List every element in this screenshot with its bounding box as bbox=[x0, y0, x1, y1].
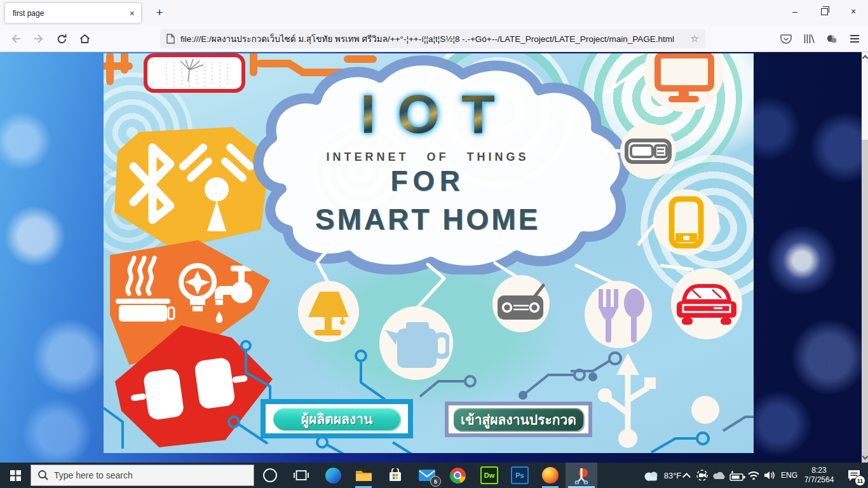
wifi-icon bbox=[747, 470, 760, 480]
library-icon bbox=[803, 33, 815, 44]
onedrive-cloud-icon bbox=[712, 471, 727, 480]
browser-titlebar: first page × + – × bbox=[0, 0, 868, 25]
scroll-down-button[interactable] bbox=[862, 452, 868, 463]
producer-button-label: ผู้ผลิตผลงาน bbox=[273, 407, 400, 430]
forward-arrow-icon bbox=[33, 33, 44, 44]
kettle-icon bbox=[383, 315, 449, 372]
browser-navbar: file:///E:/ผลงานประกวดเว็บไซต์ ม.สุโขทัย… bbox=[0, 25, 868, 52]
hamburger-icon bbox=[850, 34, 860, 43]
enter-contest-button[interactable]: เข้าสู่ผลงานประกวด bbox=[445, 402, 592, 437]
tray-notifications[interactable]: 11 bbox=[840, 463, 868, 488]
window-minimize-button[interactable]: – bbox=[780, 0, 810, 23]
window-close-button[interactable]: × bbox=[839, 0, 868, 23]
tab-close-icon[interactable]: × bbox=[130, 8, 135, 18]
cortana-icon bbox=[263, 468, 277, 482]
windows-taskbar: Type here to search 5 bbox=[0, 463, 868, 488]
page-scrollbar[interactable] bbox=[862, 52, 868, 463]
scroll-down-icon bbox=[862, 454, 868, 460]
monitor-circle bbox=[644, 53, 724, 112]
cortana-button[interactable] bbox=[255, 463, 285, 488]
back-arrow-icon bbox=[10, 33, 22, 44]
firefox-icon bbox=[542, 467, 559, 484]
pocket-icon bbox=[780, 33, 792, 44]
bookmark-star-icon[interactable]: ☆ bbox=[691, 33, 699, 44]
browser-tab[interactable]: first page × bbox=[5, 3, 141, 23]
tray-chevron[interactable] bbox=[679, 463, 694, 488]
usb-icon bbox=[588, 351, 671, 452]
address-bar[interactable]: file:///E:/ผลงานประกวดเว็บไซต์ ม.สุโขทัย… bbox=[160, 29, 705, 48]
meet-now-icon bbox=[696, 469, 709, 482]
task-view-icon bbox=[294, 470, 309, 481]
search-placeholder: Type here to search bbox=[54, 470, 133, 480]
file-explorer-icon bbox=[355, 469, 372, 482]
notification-badge: 11 bbox=[855, 475, 865, 486]
router-icon bbox=[625, 137, 672, 166]
speaker-icon bbox=[763, 470, 776, 480]
radio-circle bbox=[492, 275, 550, 332]
tray-language[interactable]: ENG bbox=[778, 463, 801, 488]
taskbar-explorer[interactable] bbox=[348, 463, 379, 488]
weather-cloud-icon bbox=[643, 470, 660, 481]
snipping-tool-icon bbox=[573, 467, 590, 484]
task-view-button[interactable] bbox=[286, 463, 316, 488]
lamp-icon bbox=[303, 287, 354, 336]
enter-contest-button-label: เข้าสู่ผลงานประกวด bbox=[454, 408, 583, 431]
windows-logo-icon bbox=[10, 470, 21, 481]
mail-badge: 5 bbox=[430, 476, 441, 487]
tray-wifi[interactable] bbox=[746, 463, 761, 488]
taskbar-edge[interactable] bbox=[318, 463, 348, 488]
page-icon bbox=[166, 34, 175, 44]
utensils-circle bbox=[585, 281, 652, 348]
home-icon bbox=[79, 33, 91, 44]
smartphone-icon bbox=[668, 196, 705, 248]
car-icon bbox=[675, 281, 738, 327]
taskbar-chrome[interactable] bbox=[442, 463, 473, 488]
reload-button[interactable] bbox=[52, 29, 71, 48]
tray-volume[interactable] bbox=[761, 463, 778, 488]
pocket-button[interactable] bbox=[776, 29, 796, 48]
taskbar-mail[interactable]: 5 bbox=[412, 463, 442, 488]
start-button[interactable] bbox=[0, 463, 31, 488]
fork-spoon-icon bbox=[591, 285, 646, 344]
taskbar-snipping-tool-active[interactable] bbox=[566, 463, 597, 488]
menu-button[interactable] bbox=[845, 29, 864, 48]
lamp-circle bbox=[298, 281, 359, 342]
home-button[interactable] bbox=[75, 29, 94, 48]
restore-icon bbox=[821, 8, 828, 15]
scroll-up-button[interactable] bbox=[862, 52, 868, 62]
chrome-icon bbox=[450, 468, 466, 484]
photoshop-icon: Ps bbox=[511, 466, 529, 484]
tray-meet-now[interactable] bbox=[694, 463, 710, 488]
new-tab-button[interactable]: + bbox=[151, 4, 168, 21]
taskbar-dreamweaver[interactable]: Dw bbox=[474, 463, 505, 488]
taskbar-photoshop[interactable]: Ps bbox=[505, 463, 535, 488]
producer-button[interactable]: ผู้ผลิตผลงาน bbox=[261, 399, 413, 438]
url-text: file:///E:/ผลงานประกวดเว็บไซต์ ม.สุโขทัย… bbox=[180, 32, 687, 46]
account-icon bbox=[825, 34, 838, 44]
clock-date: 7/7/2564 bbox=[804, 475, 834, 485]
radio-icon bbox=[496, 283, 546, 325]
tray-battery[interactable] bbox=[728, 463, 746, 488]
tray-clock[interactable]: 8:23 7/7/2564 bbox=[799, 463, 839, 488]
tab-title: first page bbox=[13, 9, 130, 18]
tray-onedrive[interactable] bbox=[710, 463, 728, 488]
store-icon bbox=[388, 468, 402, 482]
forward-button[interactable] bbox=[29, 29, 48, 48]
window-restore-button[interactable] bbox=[810, 0, 839, 23]
clock-time: 8:23 bbox=[804, 466, 834, 475]
library-button[interactable] bbox=[799, 29, 818, 48]
taskbar-firefox[interactable] bbox=[535, 463, 566, 488]
car-circle bbox=[671, 268, 742, 339]
scroll-up-icon bbox=[862, 55, 868, 62]
language-label: ENG bbox=[781, 471, 797, 480]
scrollbar-thumb[interactable] bbox=[862, 62, 868, 140]
account-button[interactable] bbox=[822, 29, 841, 48]
search-icon bbox=[37, 470, 49, 481]
taskbar-store[interactable] bbox=[380, 463, 410, 488]
back-button[interactable] bbox=[6, 29, 25, 48]
battery-plug-icon bbox=[729, 470, 745, 481]
dot-circle bbox=[691, 396, 719, 424]
taskbar-search[interactable]: Type here to search bbox=[31, 464, 254, 486]
chevron-up-icon bbox=[682, 473, 691, 481]
reload-icon bbox=[57, 34, 67, 44]
